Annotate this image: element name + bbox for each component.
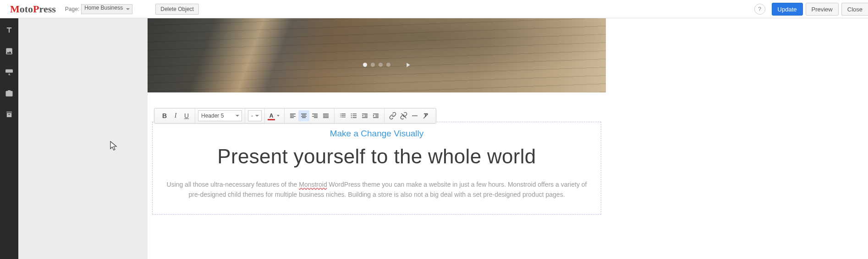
clear-format-button[interactable] [420, 110, 431, 121]
preview-button[interactable]: Preview [806, 3, 839, 16]
ordered-list-icon [339, 112, 346, 119]
align-center-button[interactable] [298, 110, 309, 121]
chevron-down-icon [236, 115, 239, 117]
content-block[interactable]: Make a Change Visually Present yourself … [152, 122, 601, 215]
page-select-value: Home Business [84, 5, 123, 11]
description[interactable]: Using all those ultra-necessary features… [162, 180, 592, 200]
align-left-icon [289, 112, 297, 119]
svg-rect-4 [412, 115, 418, 116]
font-size-select[interactable]: - [248, 110, 262, 121]
rte-toolbar: B I U Header 5 - A [154, 108, 436, 124]
page-label: Page: [65, 6, 79, 12]
heading-select-value: Header 5 [201, 113, 224, 119]
chevron-down-icon [126, 8, 130, 10]
hero-slider[interactable]: •••• [148, 18, 606, 92]
help-button[interactable]: ? [754, 4, 765, 15]
outdent-button[interactable] [359, 110, 370, 121]
slider-dot-4[interactable] [386, 63, 390, 67]
image-icon [5, 47, 13, 55]
bold-button[interactable]: B [159, 110, 170, 121]
svg-point-3 [351, 117, 352, 118]
page-select[interactable]: Home Business [81, 4, 132, 14]
align-justify-icon [322, 112, 330, 119]
page-gutter-right [606, 18, 868, 259]
image-tool[interactable] [3, 45, 16, 58]
row-resize-handle[interactable]: •••• [373, 92, 381, 92]
align-justify-button[interactable] [320, 110, 331, 121]
button-icon [5, 69, 14, 76]
indent-icon [372, 112, 379, 119]
unlink-button[interactable] [398, 110, 409, 121]
main-heading[interactable]: Present yourself to the whole world [162, 145, 592, 168]
subheading[interactable]: Make a Change Visually [162, 129, 592, 139]
italic-button[interactable]: I [170, 110, 181, 121]
link-icon [389, 112, 396, 119]
cursor-icon [110, 141, 118, 153]
canvas: •••• B I U Header 5 - [18, 18, 868, 259]
svg-rect-0 [5, 70, 13, 73]
chevron-down-icon [255, 115, 259, 117]
unordered-list-icon [350, 112, 357, 119]
topbar-right: ? Update Preview Close [754, 0, 868, 18]
align-center-icon [300, 112, 308, 119]
chevron-down-icon[interactable] [275, 110, 281, 121]
link-button[interactable] [387, 110, 398, 121]
page-frame: •••• B I U Header 5 - [148, 18, 606, 259]
archive-icon [5, 110, 13, 119]
outdent-icon [361, 112, 368, 119]
align-left-button[interactable] [287, 110, 298, 121]
unordered-list-button[interactable] [348, 110, 359, 121]
hr-icon [411, 112, 418, 119]
slider-dot-1[interactable] [363, 63, 367, 67]
media-tool[interactable] [3, 87, 16, 100]
slider-dot-2[interactable] [371, 63, 375, 67]
slider-dots [363, 63, 390, 67]
svg-point-1 [351, 113, 352, 114]
close-button[interactable]: Close [841, 3, 868, 16]
slider-dot-3[interactable] [379, 63, 383, 67]
button-tool[interactable] [3, 66, 16, 79]
clear-format-icon [422, 112, 429, 119]
text-color-button[interactable]: A [268, 110, 281, 121]
slider-play-button[interactable] [404, 61, 412, 70]
text-color-icon: A [268, 112, 275, 119]
indent-button[interactable] [370, 110, 381, 121]
update-button[interactable]: Update [772, 3, 803, 16]
align-right-icon [311, 112, 319, 119]
camera-icon [5, 89, 13, 97]
delete-object-button[interactable]: Delete Object [155, 4, 199, 15]
desc-before: Using all those ultra-necessary features… [167, 181, 299, 188]
widgets-tool[interactable] [3, 108, 16, 121]
play-icon [404, 61, 412, 69]
unlink-icon [400, 112, 407, 119]
align-right-button[interactable] [309, 110, 320, 121]
logo: MotoPress [4, 3, 62, 15]
sidebar [0, 18, 18, 259]
horizontal-rule-button[interactable] [409, 110, 420, 121]
text-icon [5, 26, 13, 34]
underline-button[interactable]: U [181, 110, 192, 121]
desc-spellerr: Monstroid [299, 181, 327, 188]
svg-point-2 [351, 115, 352, 116]
font-size-value: - [251, 113, 253, 119]
topbar: MotoPress Page: Home Business Delete Obj… [0, 0, 868, 18]
heading-select[interactable]: Header 5 [198, 110, 242, 121]
text-tool[interactable] [3, 24, 16, 37]
ordered-list-button[interactable] [337, 110, 348, 121]
